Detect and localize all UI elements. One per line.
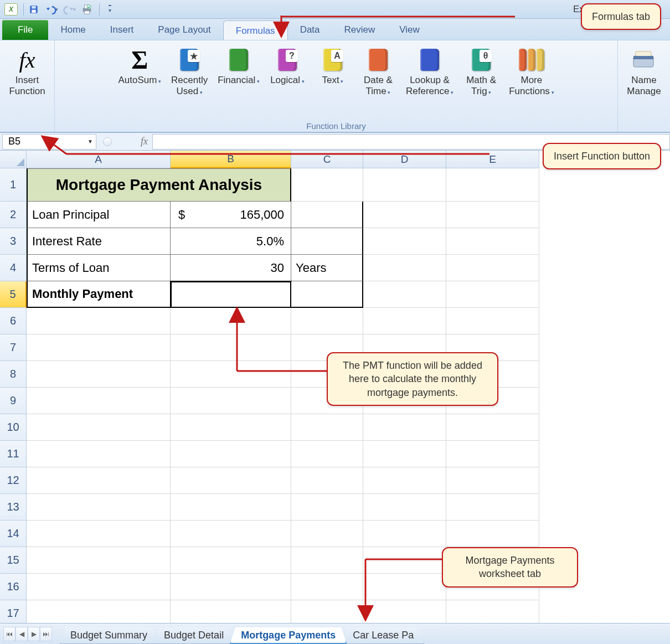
tab-data[interactable]: Data: [288, 20, 332, 40]
cell-A16[interactable]: [27, 574, 171, 600]
row-header-1[interactable]: 1: [0, 168, 27, 202]
cell-B6[interactable]: [171, 308, 291, 334]
cell-E10[interactable]: [446, 414, 539, 441]
date-time-button[interactable]: Date &Time ▾: [356, 43, 400, 97]
cell-B11[interactable]: [171, 441, 291, 467]
cell-B10[interactable]: [171, 414, 291, 441]
row-header-9[interactable]: 9: [0, 388, 27, 414]
cell-A6[interactable]: [27, 308, 171, 334]
fx-icon[interactable]: fx: [141, 136, 148, 147]
row-header-2[interactable]: 2: [0, 202, 27, 228]
cell-A3[interactable]: Interest Rate: [27, 228, 171, 255]
cell-D6[interactable]: [363, 308, 446, 334]
tab-formulas[interactable]: Formulas: [223, 20, 288, 40]
cell-C3[interactable]: [291, 228, 363, 255]
cell-C16[interactable]: [291, 574, 363, 600]
cell-D1[interactable]: [363, 168, 446, 202]
name-box[interactable]: B5 ▼: [2, 134, 96, 150]
tab-home[interactable]: Home: [48, 20, 97, 40]
cell-A15[interactable]: [27, 547, 171, 574]
cell-D10[interactable]: [363, 414, 446, 441]
tab-page-layout[interactable]: Page Layout: [146, 20, 223, 40]
sheet-nav-prev[interactable]: ◀: [16, 627, 28, 641]
cell-B14[interactable]: [171, 521, 291, 547]
cell-C2[interactable]: [291, 202, 363, 228]
cell-E12[interactable]: [446, 467, 539, 494]
cell-B2[interactable]: $165,000: [171, 202, 291, 228]
cell-C14[interactable]: [291, 521, 363, 547]
cell-E11[interactable]: [446, 441, 539, 467]
cell-B3[interactable]: 5.0%: [171, 228, 291, 255]
row-header-8[interactable]: 8: [0, 361, 27, 388]
cell-B12[interactable]: [171, 467, 291, 494]
cell-B9[interactable]: [171, 388, 291, 414]
sheet-nav-first[interactable]: ⏮: [3, 627, 16, 641]
math-trig-button[interactable]: θMath &Trig ▾: [459, 43, 503, 97]
cell-A12[interactable]: [27, 467, 171, 494]
cell-title[interactable]: Mortgage Payment Analysis: [27, 168, 291, 202]
sheet-nav-last[interactable]: ⏭: [40, 627, 52, 641]
column-header-D[interactable]: D: [363, 151, 446, 168]
lookup-reference-button[interactable]: Lookup &Reference ▾: [401, 43, 458, 97]
insert-function-button[interactable]: fx InsertFunction: [3, 43, 51, 97]
row-header-7[interactable]: 7: [0, 334, 27, 361]
sheet-tab-car-lease-pa[interactable]: Car Lease Pa: [342, 627, 424, 644]
cell-E5[interactable]: [446, 281, 539, 308]
cell-C10[interactable]: [291, 414, 363, 441]
financial-button[interactable]: Financial ▾: [213, 43, 264, 87]
cell-D16[interactable]: [363, 574, 446, 600]
cell-D3[interactable]: [363, 228, 446, 255]
row-header-3[interactable]: 3: [0, 228, 27, 255]
tab-view[interactable]: View: [387, 20, 432, 40]
name-manager-button[interactable]: NameManage: [621, 43, 667, 97]
row-header-5[interactable]: 5: [0, 281, 27, 308]
cell-E13[interactable]: [446, 494, 539, 521]
cell-D5[interactable]: [363, 281, 446, 308]
cell-E3[interactable]: [446, 228, 539, 255]
print-preview-button[interactable]: [79, 2, 95, 17]
more-functions-button[interactable]: MoreFunctions ▾: [504, 43, 558, 97]
autosum-button[interactable]: ΣAutoSum ▾: [114, 43, 166, 87]
cell-A10[interactable]: [27, 414, 171, 441]
tab-insert[interactable]: Insert: [98, 20, 146, 40]
select-all-corner[interactable]: [0, 151, 27, 168]
cell-B16[interactable]: [171, 574, 291, 600]
cell-E4[interactable]: [446, 255, 539, 281]
sheet-tab-budget-detail[interactable]: Budget Detail: [153, 627, 234, 644]
cell-D2[interactable]: [363, 202, 446, 228]
cell-A9[interactable]: [27, 388, 171, 414]
cell-C6[interactable]: [291, 308, 363, 334]
cell-C5[interactable]: [291, 281, 363, 308]
cell-A8[interactable]: [27, 361, 171, 388]
column-header-C[interactable]: C: [291, 151, 363, 168]
recently-used-button[interactable]: ★RecentlyUsed ▾: [167, 43, 212, 97]
logical-button[interactable]: ?Logical ▾: [265, 43, 310, 87]
cell-E6[interactable]: [446, 308, 539, 334]
cell-A5[interactable]: Monthly Payment: [27, 281, 171, 308]
save-button[interactable]: [26, 2, 42, 17]
cell-D11[interactable]: [363, 441, 446, 467]
cell-B4[interactable]: 30: [171, 255, 291, 281]
cell-B5[interactable]: [171, 281, 291, 308]
cell-D15[interactable]: [363, 547, 446, 574]
column-header-B[interactable]: B: [171, 151, 291, 168]
sheet-tab-budget-summary[interactable]: Budget Summary: [60, 627, 158, 644]
row-header-15[interactable]: 15: [0, 547, 27, 574]
cell-E2[interactable]: [446, 202, 539, 228]
row-header-14[interactable]: 14: [0, 521, 27, 547]
cell-A13[interactable]: [27, 494, 171, 521]
text-button[interactable]: AText ▾: [311, 43, 355, 87]
redo-button[interactable]: ▾: [61, 2, 77, 17]
row-header-4[interactable]: 4: [0, 255, 27, 281]
row-header-16[interactable]: 16: [0, 574, 27, 600]
cell-A11[interactable]: [27, 441, 171, 467]
cell-E1[interactable]: [446, 168, 539, 202]
tab-review[interactable]: Review: [332, 20, 388, 40]
cell-C13[interactable]: [291, 494, 363, 521]
cell-A7[interactable]: [27, 334, 171, 361]
customize-qat-button[interactable]: ▾: [102, 2, 117, 17]
cell-B8[interactable]: [171, 361, 291, 388]
row-header-12[interactable]: 12: [0, 467, 27, 494]
column-header-E[interactable]: E: [446, 151, 539, 168]
row-header-6[interactable]: 6: [0, 308, 27, 334]
